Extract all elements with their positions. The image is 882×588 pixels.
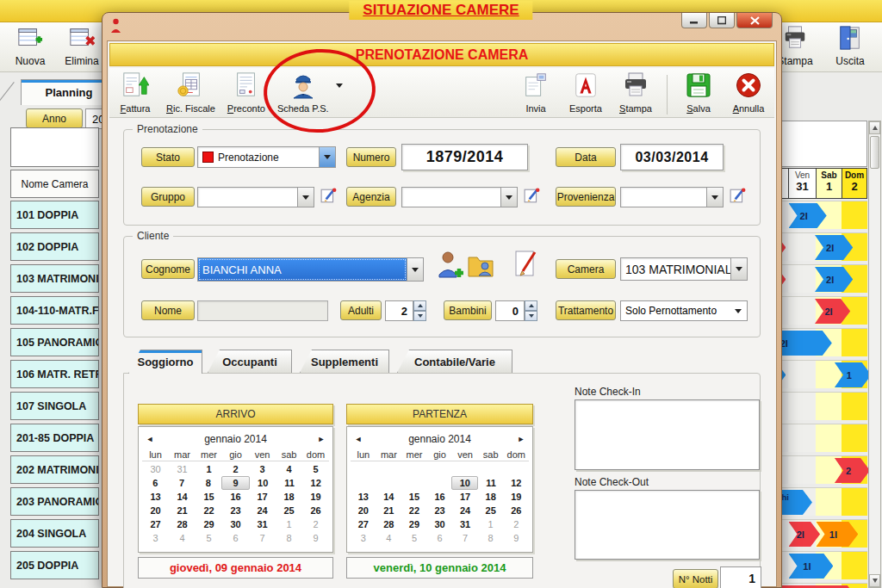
- calendar-day[interactable]: 22: [401, 504, 427, 517]
- esporta-button[interactable]: Esporta: [567, 71, 605, 114]
- booking-marker[interactable]: 2I: [789, 522, 821, 547]
- gruppo-edit-icon[interactable]: [320, 188, 338, 205]
- calendar-day[interactable]: 23: [427, 504, 453, 517]
- calendar-day[interactable]: 28: [376, 517, 402, 531]
- invia-button[interactable]: Invia: [517, 71, 555, 114]
- calendar-day[interactable]: 6: [427, 531, 453, 545]
- calendar-day[interactable]: 16: [222, 490, 249, 504]
- scroll-up-button[interactable]: [869, 121, 880, 134]
- calendar-day[interactable]: 17: [249, 490, 276, 504]
- gruppo-dropdown-button[interactable]: [297, 188, 314, 207]
- edit-client-icon[interactable]: [512, 249, 538, 282]
- nome-field[interactable]: [197, 300, 328, 321]
- calendar-day[interactable]: 7: [169, 476, 196, 490]
- calendar-day[interactable]: 11: [478, 476, 503, 490]
- prev-month-button[interactable]: ◄: [142, 435, 158, 443]
- booking-marker[interactable]: 1I: [789, 554, 834, 579]
- calendar-day[interactable]: 21: [376, 504, 402, 517]
- elimina-button[interactable]: Elimina: [57, 25, 107, 70]
- camera-combo[interactable]: 103 MATRIMONIALE: [620, 257, 748, 281]
- next-month-button[interactable]: ►: [314, 435, 329, 443]
- calendar-day[interactable]: 1: [196, 462, 222, 476]
- salva-button[interactable]: Salva: [680, 71, 717, 114]
- annulla-button[interactable]: Annulla: [730, 71, 767, 114]
- tab-supplementi[interactable]: Supplementi: [300, 350, 389, 373]
- booking-marker[interactable]: 2I: [815, 235, 853, 260]
- calendar-day[interactable]: 18: [478, 490, 504, 504]
- calendar-day[interactable]: 6: [142, 476, 169, 490]
- calendar-day[interactable]: 29: [401, 517, 427, 531]
- provenienza-combo[interactable]: [620, 187, 724, 207]
- provenienza-edit-icon[interactable]: [730, 188, 747, 205]
- dlg-stampa-button[interactable]: Stampa: [617, 71, 655, 114]
- room-row[interactable]: 203 PANORAMICA: [10, 487, 99, 516]
- calendar-day[interactable]: 21: [169, 504, 196, 517]
- room-row[interactable]: 106 MATR. RETR: [10, 360, 99, 388]
- tab-contabile-varie[interactable]: Contabile/Varie: [397, 350, 512, 373]
- calendar-day[interactable]: 20: [351, 504, 376, 517]
- adulti-up-button[interactable]: [413, 300, 426, 311]
- calendar-day[interactable]: 28: [169, 517, 196, 531]
- calendar-day[interactable]: 12: [302, 476, 329, 490]
- room-row[interactable]: 103 MATRIMONIA: [10, 264, 99, 293]
- room-row[interactable]: 205 DOPPIA: [10, 551, 99, 579]
- calendar-day[interactable]: 2: [503, 517, 529, 531]
- calendar-day[interactable]: 10: [250, 476, 276, 490]
- preconto-button[interactable]: Preconto: [227, 71, 265, 114]
- scheda-ps-button[interactable]: Scheda P.S.: [277, 71, 343, 114]
- calendar-day[interactable]: 18: [276, 490, 302, 504]
- calendar-day[interactable]: 26: [302, 504, 329, 517]
- agenzia-dropdown-button[interactable]: [500, 188, 517, 207]
- calendar-day[interactable]: 10: [451, 476, 478, 490]
- agenzia-combo[interactable]: [401, 187, 518, 207]
- booking-marker[interactable]: 2I: [815, 299, 850, 324]
- calendar-day[interactable]: 19: [302, 490, 329, 504]
- calendar-day[interactable]: 3: [142, 531, 169, 545]
- room-row[interactable]: 202 MATRIMONIA: [10, 455, 99, 484]
- calendar-day[interactable]: 11: [276, 476, 303, 490]
- bambini-up-button[interactable]: [525, 300, 537, 311]
- calendar-day[interactable]: 27: [351, 517, 376, 531]
- cognome-dropdown-button[interactable]: [407, 258, 423, 281]
- calendar-day[interactable]: 25: [276, 504, 302, 517]
- camera-dropdown-button[interactable]: [730, 258, 747, 280]
- calendar-day[interactable]: 30: [142, 462, 169, 476]
- calendar-day[interactable]: 20: [142, 504, 169, 517]
- next-month-button[interactable]: ►: [513, 435, 529, 443]
- calendar-day[interactable]: 8: [195, 476, 221, 490]
- provenienza-dropdown-button[interactable]: [706, 188, 723, 207]
- calendar-day[interactable]: 1: [478, 517, 504, 531]
- bambini-stepper[interactable]: [525, 300, 537, 321]
- adulti-field[interactable]: 2: [385, 300, 413, 321]
- calendar-day[interactable]: 30: [222, 517, 249, 531]
- room-row[interactable]: 105 PANORAMICA: [10, 328, 99, 356]
- calendar-day[interactable]: 4: [376, 531, 402, 545]
- calendar-day[interactable]: 7: [249, 531, 276, 545]
- calendar-day[interactable]: 6: [222, 531, 249, 545]
- calendar-day[interactable]: 29: [196, 517, 222, 531]
- client-folder-icon[interactable]: [467, 252, 494, 282]
- calendar-day[interactable]: 15: [401, 490, 427, 504]
- trattamento-combo[interactable]: Solo Pernottamento: [620, 300, 748, 321]
- notti-field[interactable]: 1: [720, 566, 761, 588]
- calendar-day[interactable]: 14: [376, 490, 402, 504]
- calendar-day[interactable]: 4: [169, 531, 196, 545]
- maximize-button[interactable]: [709, 13, 735, 28]
- cognome-combo[interactable]: BIANCHI ANNA: [197, 257, 424, 282]
- stato-dropdown-button[interactable]: [319, 147, 335, 167]
- calendar-day[interactable]: 15: [196, 490, 222, 504]
- plan-scrollbar[interactable]: [868, 121, 881, 588]
- calendar-day[interactable]: 9: [503, 531, 529, 545]
- nuova-button[interactable]: Nuova: [5, 25, 55, 70]
- close-button[interactable]: [736, 13, 773, 28]
- calendar-day[interactable]: 24: [452, 504, 478, 517]
- adulti-stepper[interactable]: [413, 300, 426, 321]
- calendar-day[interactable]: 9: [221, 476, 250, 490]
- calendar-day[interactable]: 5: [196, 531, 222, 545]
- adulti-down-button[interactable]: [413, 311, 426, 321]
- room-row[interactable]: 107 SINGOLA: [10, 392, 99, 420]
- calendar-day[interactable]: 31: [249, 517, 276, 531]
- calendar-day[interactable]: 12: [504, 476, 529, 490]
- room-row[interactable]: 204 SINGOLA: [10, 519, 99, 548]
- calendar-day[interactable]: 3: [351, 531, 376, 545]
